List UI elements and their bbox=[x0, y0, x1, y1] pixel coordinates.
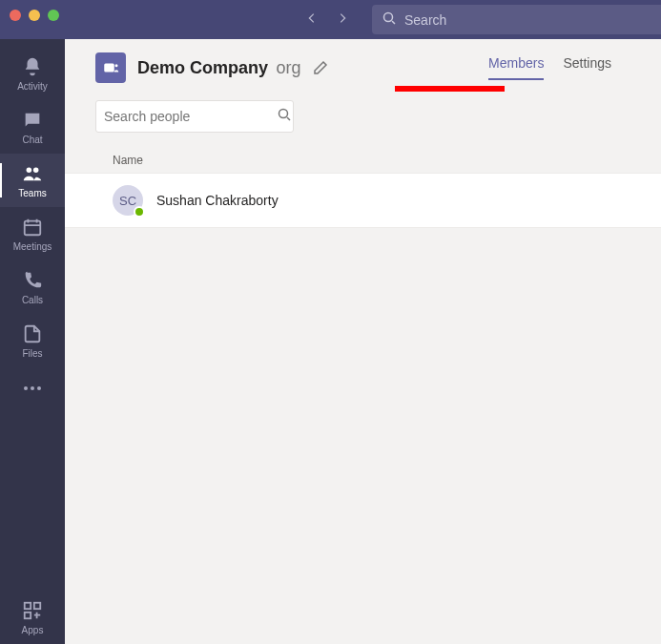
team-header: Demo Company org Members Settings bbox=[65, 39, 661, 91]
team-icon bbox=[95, 52, 126, 83]
rail-chat-label: Chat bbox=[22, 135, 42, 145]
rail-calls[interactable]: Calls bbox=[0, 260, 65, 314]
rail-meetings-label: Meetings bbox=[13, 241, 52, 252]
people-search[interactable] bbox=[95, 100, 294, 133]
presence-available-icon bbox=[134, 206, 145, 218]
svg-point-12 bbox=[279, 110, 288, 118]
minimize-window-icon[interactable] bbox=[29, 10, 40, 21]
svg-point-11 bbox=[115, 64, 118, 67]
search-icon bbox=[382, 10, 397, 30]
rail-files-label: Files bbox=[22, 348, 42, 359]
rail-chat[interactable]: Chat bbox=[0, 100, 65, 154]
svg-rect-8 bbox=[34, 602, 40, 608]
svg-point-5 bbox=[31, 386, 34, 390]
window-controls bbox=[10, 10, 59, 21]
rail-more[interactable] bbox=[22, 367, 43, 409]
search-icon bbox=[277, 107, 292, 126]
team-tabs: Members Settings bbox=[488, 55, 630, 80]
close-window-icon[interactable] bbox=[10, 10, 21, 21]
members-list: SC Sushan Chakraborty bbox=[65, 173, 661, 228]
table-row[interactable]: SC Sushan Chakraborty bbox=[65, 174, 661, 228]
rail-calls-label: Calls bbox=[22, 295, 43, 305]
svg-rect-9 bbox=[25, 612, 31, 617]
tab-settings[interactable]: Settings bbox=[563, 55, 611, 80]
svg-rect-3 bbox=[25, 220, 41, 235]
rail-teams[interactable]: Teams bbox=[0, 154, 65, 207]
main-content: Demo Company org Members Settings Name S… bbox=[65, 39, 661, 644]
app-rail: Activity Chat Teams Meetings Calls Files bbox=[0, 39, 65, 644]
people-search-input[interactable] bbox=[104, 109, 271, 124]
edit-team-button[interactable] bbox=[313, 60, 328, 75]
member-name: Sushan Chakraborty bbox=[156, 193, 279, 208]
svg-point-6 bbox=[37, 386, 41, 390]
rail-activity[interactable]: Activity bbox=[0, 47, 65, 100]
maximize-window-icon[interactable] bbox=[48, 10, 59, 21]
team-title: Demo Company org bbox=[137, 58, 301, 78]
forward-button[interactable] bbox=[336, 11, 349, 29]
tab-members[interactable]: Members bbox=[488, 55, 544, 80]
global-search[interactable] bbox=[372, 5, 661, 34]
svg-rect-10 bbox=[104, 64, 114, 73]
back-button[interactable] bbox=[305, 11, 319, 29]
svg-point-2 bbox=[33, 167, 38, 173]
rail-meetings[interactable]: Meetings bbox=[0, 207, 65, 260]
rail-apps-label: Apps bbox=[22, 625, 44, 635]
search-input[interactable] bbox=[404, 12, 651, 28]
svg-rect-7 bbox=[25, 602, 31, 608]
rail-apps[interactable]: Apps bbox=[0, 591, 65, 644]
history-nav bbox=[305, 11, 349, 29]
svg-point-0 bbox=[384, 12, 393, 21]
svg-point-4 bbox=[24, 386, 28, 390]
rail-teams-label: Teams bbox=[18, 188, 46, 198]
column-header-name: Name bbox=[65, 148, 661, 173]
team-name: Demo Company bbox=[137, 58, 268, 77]
highlight-marker bbox=[395, 86, 505, 92]
team-suffix: org bbox=[276, 58, 300, 77]
title-bar bbox=[0, 0, 661, 39]
rail-files[interactable]: Files bbox=[0, 314, 65, 367]
avatar: SC bbox=[113, 185, 143, 216]
avatar-initials: SC bbox=[119, 194, 136, 208]
rail-activity-label: Activity bbox=[17, 81, 48, 92]
svg-point-1 bbox=[27, 167, 31, 173]
